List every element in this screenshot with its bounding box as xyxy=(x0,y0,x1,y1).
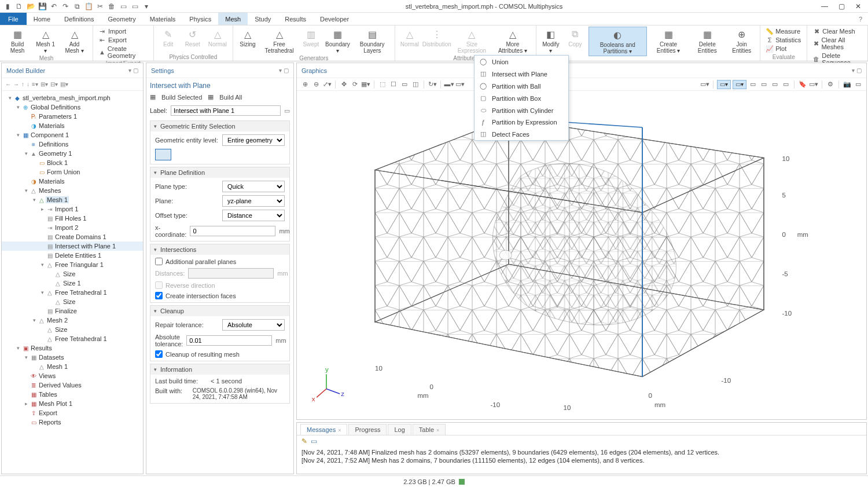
tree-node[interactable]: △Mesh 1 xyxy=(2,362,143,371)
dropdown-partition-box[interactable]: ▢Partition with Box xyxy=(475,92,568,104)
tab-results[interactable]: Results xyxy=(278,13,313,25)
tab-materials[interactable]: Materials xyxy=(143,13,183,25)
tree-node[interactable]: ▤Intersect with Plane 1 xyxy=(2,241,143,251)
label-input[interactable] xyxy=(171,105,281,116)
tree-node[interactable]: △Size xyxy=(2,297,143,306)
tree-node[interactable]: ▾▦Datasets xyxy=(2,353,143,362)
select2-icon[interactable]: ☐ xyxy=(389,80,398,89)
graphics-canvas[interactable]: y z x 100-10 100-10 mm mm 1050-5-10 mm xyxy=(297,91,866,419)
dropdown-partition-cylinder[interactable]: ⬭Partition with Cylinder xyxy=(475,104,568,116)
tree-node[interactable]: ▾△Free Tetrahedral 1 xyxy=(2,288,143,297)
tree-node[interactable]: ▾△Mesh 2 xyxy=(2,316,143,325)
tab-developer[interactable]: Developer xyxy=(313,13,356,25)
add-mesh-button[interactable]: △Add Mesh ▾ xyxy=(60,27,89,55)
additional-planes-cb[interactable]: Additional parallel planes xyxy=(155,258,285,265)
import-button[interactable]: ⇥Import xyxy=(98,27,149,35)
cleanup-mesh-cb[interactable]: Cleanup of resulting mesh xyxy=(155,350,285,358)
msg-tool-2[interactable]: ▭ xyxy=(311,437,317,445)
tab-progress[interactable]: Progress xyxy=(348,424,387,435)
join-entities-button[interactable]: ⊕Join Entities xyxy=(727,27,756,55)
camera-icon[interactable]: 📷 xyxy=(843,80,852,89)
model-tree[interactable]: ▾◆stl_vertebra_mesh_import.mph▾⊕Global D… xyxy=(2,91,143,474)
more1-icon[interactable]: ▭ xyxy=(119,2,127,10)
more-attr-button[interactable]: △More Attributes ▾ xyxy=(493,27,532,55)
section-information[interactable]: ▾Information xyxy=(150,364,289,375)
gtool-h-icon[interactable]: 🔖 xyxy=(798,80,807,89)
gtool-c-icon[interactable]: ▭▾ xyxy=(733,80,746,89)
tab-geometry[interactable]: Geometry xyxy=(101,13,142,25)
delete-entities-button[interactable]: ▦Delete Entities xyxy=(690,27,724,55)
graphics-panel-tools[interactable]: ▾ ▢ xyxy=(852,67,862,74)
offset-type-select[interactable]: Distance xyxy=(222,210,285,221)
tree-node[interactable]: ▭Reports xyxy=(2,418,143,427)
tree-node[interactable]: ▾▦Component 1 xyxy=(2,130,143,140)
tree-node[interactable]: ▾△Meshes xyxy=(2,186,143,195)
xcoord-input[interactable] xyxy=(190,226,275,236)
tree-node[interactable]: PᵢParameters 1 xyxy=(2,112,143,121)
more2-icon[interactable]: ▭ xyxy=(131,2,139,10)
delete-icon[interactable]: 🗑 xyxy=(108,2,116,10)
copy-icon[interactable]: ⧉ xyxy=(73,2,81,10)
minimize-button[interactable]: — xyxy=(821,2,828,10)
tree-node[interactable]: ▤Delete Entities 1 xyxy=(2,251,143,260)
boundary-layers-button[interactable]: ▤Boundary Layers xyxy=(354,27,391,55)
tree-node[interactable]: ▤Fill Holes 1 xyxy=(2,214,143,223)
plot-button[interactable]: 📈Plot xyxy=(765,45,802,53)
section-geometric-entity[interactable]: ▾Geometric Entity Selection xyxy=(150,121,289,131)
tree-node[interactable]: ▾△Free Triangular 1 xyxy=(2,260,143,269)
tree-node[interactable]: ⇥Import 2 xyxy=(2,223,143,232)
tree-node[interactable]: ▤Create Domains 1 xyxy=(2,232,143,241)
dropdown-union[interactable]: ◯Union xyxy=(475,56,568,68)
export-button[interactable]: ⇤Export xyxy=(98,36,149,44)
section-plane-def[interactable]: ▾Plane Definition xyxy=(150,167,289,178)
tab-home[interactable]: Home xyxy=(27,13,57,25)
more3-icon[interactable]: ▾ xyxy=(142,2,150,10)
tree-node[interactable]: ▤Finalize xyxy=(2,306,143,316)
file-menu[interactable]: File xyxy=(0,13,27,25)
create-int-faces-cb[interactable]: Create intersection faces xyxy=(155,292,285,299)
tree-node[interactable]: ▭Block 1 xyxy=(2,158,143,167)
close-button[interactable]: ✕ xyxy=(855,2,861,10)
view-icon[interactable]: ▦▾ xyxy=(361,80,370,89)
tree-node[interactable]: △Size 1 xyxy=(2,279,143,288)
tree-node[interactable]: ▭Form Union xyxy=(2,167,143,177)
mb-tool-1[interactable]: ← xyxy=(5,81,11,87)
create-entities-button[interactable]: ▦Create Entities ▾ xyxy=(649,27,688,55)
section-intersections[interactable]: ▾Intersections xyxy=(150,244,289,255)
tab-definitions[interactable]: Definitions xyxy=(57,13,101,25)
tree-node[interactable]: ▾▲Geometry 1 xyxy=(2,149,143,158)
render2-icon[interactable]: ▭▾ xyxy=(455,80,465,89)
dropdown-detect-faces[interactable]: ◫Detect Faces xyxy=(475,128,568,140)
gtool-settings-icon[interactable]: ⚙ xyxy=(826,80,835,89)
paste-icon[interactable]: 📋 xyxy=(84,2,93,10)
render-icon[interactable]: ▬▾ xyxy=(444,80,454,89)
tree-node[interactable]: △Size xyxy=(2,269,143,279)
cut-icon[interactable]: ✂ xyxy=(96,2,104,10)
plane-select[interactable]: yz-plane xyxy=(222,195,285,207)
zoom-in-icon[interactable]: ⊕ xyxy=(300,80,310,89)
boundary-button[interactable]: ▦Boundary ▾ xyxy=(324,27,351,55)
label-edit-icon[interactable]: ▭ xyxy=(284,107,290,115)
tree-node[interactable]: ▾⊕Global Definitions xyxy=(2,102,143,112)
settings-tools[interactable]: ▾ ▢ xyxy=(279,67,289,74)
save-icon[interactable]: ▮ xyxy=(3,2,12,10)
tab-messages[interactable]: Messages× xyxy=(300,424,347,435)
mb-tool-5[interactable]: ≡▾ xyxy=(32,81,38,87)
build-mesh-button[interactable]: ▦Build Mesh xyxy=(3,27,31,55)
gtool-a-icon[interactable]: ▭▾ xyxy=(700,80,709,89)
tree-node[interactable]: ▾◆stl_vertebra_mesh_import.mph xyxy=(2,93,143,102)
msg-tool-1[interactable]: ✎ xyxy=(301,437,307,445)
mb-tool-3[interactable]: ↑ xyxy=(21,81,24,87)
tree-node[interactable]: ▸▦Mesh Plot 1 xyxy=(2,399,143,408)
sizing-button[interactable]: △Sizing xyxy=(237,27,259,49)
zoom-extents-icon[interactable]: ⤢▾ xyxy=(322,80,332,89)
tree-node[interactable]: ▾△Mesh 1 xyxy=(2,195,143,204)
tree-node[interactable]: ▾▣Results xyxy=(2,343,143,353)
mb-tool-8[interactable]: ▤▾ xyxy=(60,81,68,87)
create-geometry-button[interactable]: ▲Create Geometry xyxy=(98,45,149,60)
mb-tool-6[interactable]: ⊞▾ xyxy=(41,81,48,87)
save2-icon[interactable]: 💾 xyxy=(38,2,46,10)
tree-node[interactable]: ▦Tables xyxy=(2,390,143,399)
tree-node[interactable]: ≣Derived Values xyxy=(2,380,143,390)
statistics-button[interactable]: ΣStatistics xyxy=(765,36,802,44)
